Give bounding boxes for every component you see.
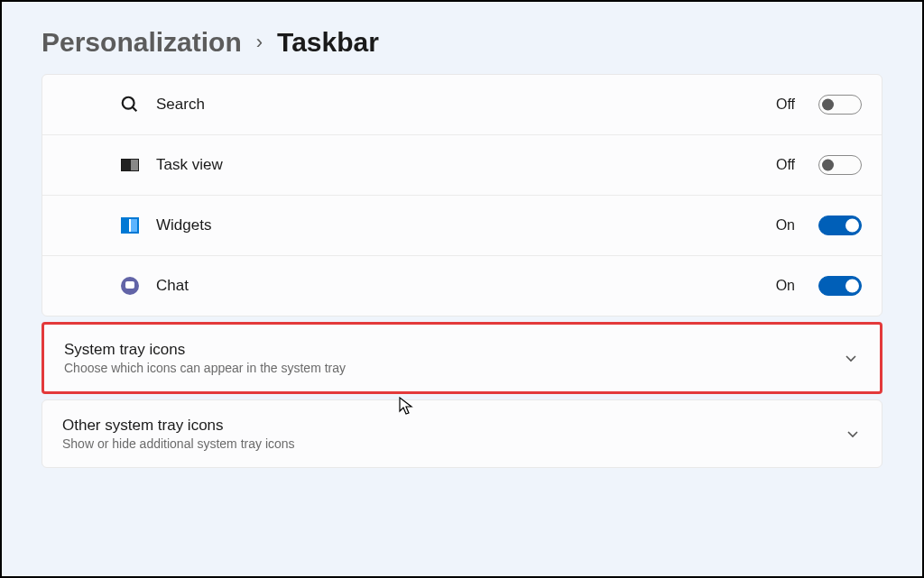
taskbar-items-panel: Search Off Task view Off Widgets On Chat… — [42, 74, 882, 317]
taskbar-item-label: Task view — [156, 156, 760, 174]
section-subtitle: Show or hide additional system tray icon… — [62, 436, 829, 451]
other-system-tray-icons-section[interactable]: Other system tray icons Show or hide add… — [42, 399, 882, 468]
chevron-right-icon: › — [256, 31, 263, 54]
toggle-state-text: On — [776, 278, 795, 294]
section-subtitle: Choose which icons can appear in the sys… — [64, 361, 827, 375]
system-tray-icons-section[interactable]: System tray icons Choose which icons can… — [42, 322, 882, 394]
taskbar-item-widgets: Widgets On — [42, 196, 882, 256]
taskbar-item-label: Search — [156, 96, 760, 114]
search-icon — [120, 95, 140, 115]
taskbar-item-search: Search Off — [42, 75, 882, 135]
chat-icon — [120, 276, 140, 296]
chevron-down-icon — [844, 351, 858, 365]
search-toggle[interactable] — [818, 95, 862, 115]
widgets-icon — [120, 216, 140, 235]
breadcrumb: Personalization › Taskbar — [42, 27, 882, 58]
task-view-toggle[interactable] — [818, 155, 862, 175]
taskbar-item-label: Widgets — [156, 216, 760, 234]
section-title: System tray icons — [64, 341, 827, 359]
taskbar-item-task-view: Task view Off — [42, 135, 882, 196]
task-view-icon — [120, 155, 140, 175]
breadcrumb-current: Taskbar — [277, 27, 379, 58]
taskbar-item-chat: Chat On — [42, 256, 882, 316]
chevron-down-icon — [845, 427, 860, 441]
toggle-state-text: Off — [776, 157, 795, 173]
toggle-state-text: On — [776, 217, 795, 234]
widgets-toggle[interactable] — [818, 216, 862, 235]
svg-line-1 — [133, 107, 137, 112]
breadcrumb-parent[interactable]: Personalization — [42, 27, 242, 58]
svg-point-0 — [123, 97, 134, 109]
chat-toggle[interactable] — [818, 276, 862, 296]
section-title: Other system tray icons — [62, 417, 829, 435]
taskbar-item-label: Chat — [156, 277, 760, 295]
toggle-state-text: Off — [776, 96, 795, 113]
